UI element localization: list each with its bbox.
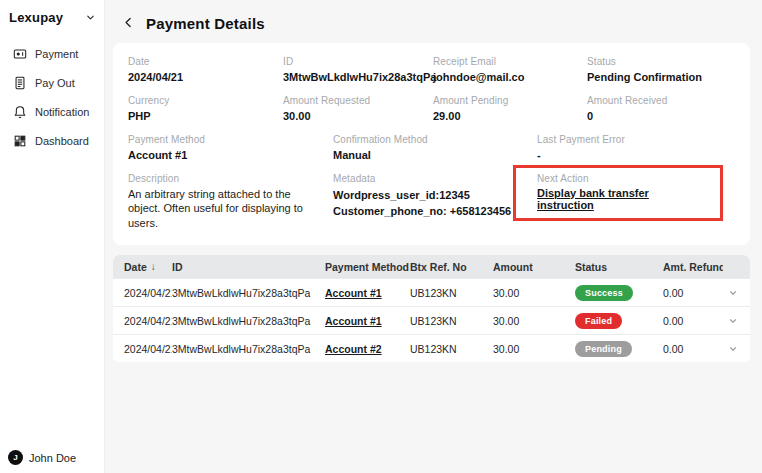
cell-date: 2024/04/21 (124, 287, 172, 299)
dashboard-grid-icon (13, 134, 27, 148)
field-value: Pending Confirmation (587, 70, 723, 85)
payment-method-link[interactable]: Account #2 (325, 343, 382, 355)
field-last-payment-error: Last Payment Error - (537, 134, 735, 163)
cell-btx-ref: UB123KN (410, 343, 493, 355)
sidebar-item-label: Pay Out (35, 77, 75, 89)
table-header-row: Date ↓ ID Payment Method Btx Ref. No Amo… (113, 255, 750, 278)
avatar: J (8, 450, 23, 465)
details-grid-top: Date 2024/04/21 ID 3MtwBwLkdlwHu7ix28a3t… (128, 56, 735, 134)
cell-amount: 30.00 (493, 315, 575, 327)
cell-btx-ref: UB123KN (410, 315, 493, 327)
cell-id: 3MtwBwLkdlwHu7ix28a3tqPa (172, 287, 325, 299)
user-profile[interactable]: J John Doe (8, 450, 76, 465)
sidebar-item-dashboard[interactable]: Dashboard (9, 126, 96, 155)
cell-date: 2024/04/21 (124, 315, 172, 327)
field-label: Receipt Email (433, 56, 575, 67)
details-grid-bottom: Payment Method Account #1 Confirmation M… (128, 134, 735, 241)
field-amount-requested: Amount Requested 30.00 (283, 95, 433, 124)
field-label: Amount Received (587, 95, 723, 106)
payment-method-link[interactable]: Account #1 (325, 315, 382, 327)
payment-method-link[interactable]: Account #1 (325, 287, 382, 299)
field-label: Status (587, 56, 723, 67)
table-row: 2024/04/21 3MtwBwLkdlwHu7ix28a3tqPa Acco… (113, 306, 750, 334)
field-id: ID 3MtwBwLkdlwHu7ix28a3tqPa (283, 56, 433, 85)
cell-amount: 30.00 (493, 343, 575, 355)
field-currency: Currency PHP (128, 95, 283, 124)
status-badge: Pending (575, 341, 632, 357)
cell-btx-ref: UB123KN (410, 287, 493, 299)
sidebar-item-payment[interactable]: Payment (9, 39, 96, 68)
field-label: ID (283, 56, 421, 67)
metadata-line: Wordpress_user_id:12345 (333, 187, 525, 204)
row-expand-chevron-icon[interactable] (723, 316, 750, 326)
brand-logo: Lexupay (9, 10, 63, 25)
annotation-highlight-box: Next Action Display bank transfer instru… (513, 165, 723, 221)
payment-card-icon (13, 47, 27, 61)
payment-details-card: Date 2024/04/21 ID 3MtwBwLkdlwHu7ix28a3t… (113, 43, 750, 245)
cell-amt-refunded: 0.00 (663, 315, 723, 327)
payout-document-icon (13, 76, 27, 90)
field-status: Status Pending Confirmation (587, 56, 735, 85)
cell-id: 3MtwBwLkdlwHu7ix28a3tqPa (172, 343, 325, 355)
field-label: Date (128, 56, 271, 67)
table-row: 2024/04/21 3MtwBwLkdlwHu7ix28a3tqPa Acco… (113, 334, 750, 362)
column-header-payment-method: Payment Method (325, 261, 410, 273)
sidebar-item-label: Notification (35, 106, 89, 118)
field-label: Currency (128, 95, 271, 106)
field-value: Manual (333, 148, 525, 163)
field-value: johndoe@mail.co (433, 70, 575, 85)
metadata-line: Customer_phone_no: +658123456 (333, 203, 525, 220)
field-value: 29.00 (433, 109, 575, 124)
field-label: Description (128, 173, 321, 184)
brand-row[interactable]: Lexupay (9, 8, 96, 25)
user-name: John Doe (29, 452, 76, 464)
column-header-status: Status (575, 261, 663, 273)
sidebar-item-label: Dashboard (35, 135, 89, 147)
row-expand-chevron-icon[interactable] (723, 344, 750, 354)
sidebar-item-label: Payment (35, 48, 78, 60)
transactions-table: Date ↓ ID Payment Method Btx Ref. No Amo… (113, 255, 750, 362)
display-bank-transfer-link[interactable]: Display bank transfer instruction (537, 187, 649, 211)
field-label: Last Payment Error (537, 134, 723, 145)
column-header-amount: Amount (493, 261, 575, 273)
sidebar-item-payout[interactable]: Pay Out (9, 68, 96, 97)
field-label: Next Action (537, 173, 708, 184)
sidebar-item-notification[interactable]: Notification (9, 97, 96, 126)
field-label: Amount Requested (283, 95, 421, 106)
field-payment-method: Payment Method Account #1 (128, 134, 333, 163)
status-badge: Success (575, 285, 633, 301)
cell-amt-refunded: 0.00 (663, 287, 723, 299)
field-value: An arbitrary string attached to the obje… (128, 187, 321, 232)
column-header-label: Date (124, 261, 147, 273)
field-value: - (537, 148, 723, 163)
field-description: Description An arbitrary string attached… (128, 173, 333, 232)
field-value: PHP (128, 109, 271, 124)
sidebar: Lexupay Payment Pay Out Notification (0, 0, 105, 473)
cell-amount: 30.00 (493, 287, 575, 299)
field-amount-received: Amount Received 0 (587, 95, 735, 124)
back-button[interactable] (122, 16, 135, 32)
main-content: Payment Details Date 2024/04/21 ID 3MtwB… (105, 0, 762, 473)
chevron-left-icon (122, 16, 135, 32)
field-amount-pending: Amount Pending 29.00 (433, 95, 587, 124)
cell-amt-refunded: 0.00 (663, 343, 723, 355)
table-row: 2024/04/21 3MtwBwLkdlwHu7ix28a3tqPa Acco… (113, 278, 750, 306)
field-date: Date 2024/04/21 (128, 56, 283, 85)
column-header-date[interactable]: Date ↓ (124, 261, 172, 273)
sort-descending-icon[interactable]: ↓ (151, 261, 156, 272)
page-header: Payment Details (113, 0, 750, 43)
chevron-down-icon[interactable] (85, 12, 96, 23)
sidebar-nav: Payment Pay Out Notification Dashboard (9, 39, 96, 155)
bell-icon (13, 105, 27, 119)
field-value: Account #1 (128, 148, 321, 163)
field-next-action: Next Action Display bank transfer instru… (537, 173, 735, 232)
field-confirmation-method: Confirmation Method Manual (333, 134, 537, 163)
row-expand-chevron-icon[interactable] (723, 288, 750, 298)
field-value: 0 (587, 109, 723, 124)
status-badge: Failed (575, 313, 622, 329)
field-metadata: Metadata Wordpress_user_id:12345 Custome… (333, 173, 537, 232)
field-value: 30.00 (283, 109, 421, 124)
cell-id: 3MtwBwLkdlwHu7ix28a3tqPa (172, 315, 325, 327)
field-value: 2024/04/21 (128, 70, 271, 85)
field-value: 3MtwBwLkdlwHu7ix28a3tqPa (283, 70, 421, 85)
